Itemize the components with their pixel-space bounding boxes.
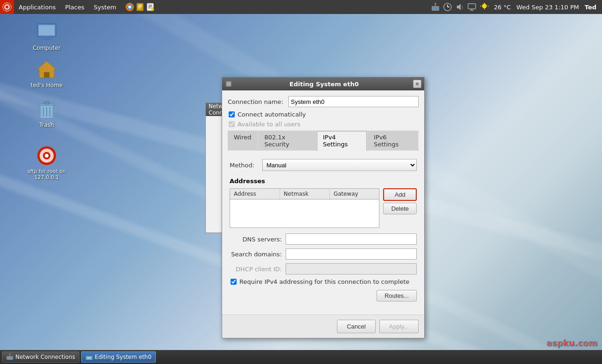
sftp-icon-img xyxy=(35,144,58,167)
taskbar-network-label: Network Connections xyxy=(15,354,75,360)
dialog-actions: Cancel Apply... xyxy=(222,315,424,338)
routes-button[interactable]: Routes... xyxy=(377,290,417,302)
desktop-icon-home[interactable]: ted's Home xyxy=(28,58,65,89)
connect-auto-checkbox[interactable] xyxy=(229,111,235,117)
addresses-table-container: Address Netmask Gateway Add Delete xyxy=(230,188,417,228)
tabs-container: Wired 802.1x Security IPv4 Settings IPv6… xyxy=(228,130,419,151)
tab-802-1x[interactable]: 802.1x Security xyxy=(259,131,316,151)
method-select[interactable]: Manual Automatic (DHCP) Link-Local Only … xyxy=(262,159,417,171)
menu-applications[interactable]: Applications xyxy=(14,0,60,14)
apply-button[interactable]: Apply... xyxy=(379,320,419,333)
search-domains-row: Search domains: xyxy=(230,248,417,260)
app-menu-icon[interactable] xyxy=(0,0,14,14)
home-icon-label: ted's Home xyxy=(29,82,64,89)
taskbar-editing-label: Editing System eth0 xyxy=(95,354,152,360)
svg-rect-37 xyxy=(44,72,49,78)
connection-name-label: Connection name: xyxy=(228,98,288,105)
sftp-icon-label: sftp for root on 127.0.0.1 xyxy=(26,168,68,181)
connect-auto-label: Connect automatically xyxy=(238,111,306,118)
desktop-icon-computer[interactable]: Computer xyxy=(28,21,65,52)
svg-point-27 xyxy=(482,4,487,8)
volume-icon[interactable]: ) xyxy=(455,2,465,12)
home-icon-img xyxy=(35,58,58,81)
dialog-icon xyxy=(225,80,232,88)
method-label: Method: xyxy=(230,162,262,169)
dns-row: DNS servers: xyxy=(230,234,417,245)
svg-point-47 xyxy=(45,154,49,158)
ipv4-tab-content: Method: Manual Automatic (DHCP) Link-Loc… xyxy=(228,155,419,309)
watermark: aspku.com xyxy=(546,338,597,348)
col-netmask: Netmask xyxy=(280,189,330,199)
computer-icon-img xyxy=(35,21,58,43)
dialog-body: Connection name: Connect automatically A… xyxy=(222,90,424,315)
desktop-icon-sftp[interactable]: sftp for root on 127.0.0.1 xyxy=(26,144,68,181)
svg-rect-16 xyxy=(433,7,438,9)
svg-rect-49 xyxy=(227,82,231,86)
taskbar-network-connections[interactable]: Network Connections xyxy=(2,351,79,363)
svg-rect-24 xyxy=(468,4,476,9)
system-tray: ) 26 °C Wed Sep 23 xyxy=(427,2,602,12)
desktop: Applications Places System xyxy=(0,0,602,364)
svg-rect-55 xyxy=(87,357,91,359)
menu-places[interactable]: Places xyxy=(60,0,89,14)
taskbar: Network Connections Editing System eth0 xyxy=(0,350,602,364)
svg-text:): ) xyxy=(462,6,463,10)
search-domains-input[interactable] xyxy=(286,248,417,260)
available-all-row: Available to all users xyxy=(228,121,419,128)
col-gateway: Gateway xyxy=(330,189,379,199)
weather-icon[interactable] xyxy=(479,2,490,12)
routes-row: Routes... xyxy=(230,290,417,302)
svg-rect-33 xyxy=(39,25,55,35)
computer-icon-label: Computer xyxy=(31,44,62,52)
available-all-label: Available to all users xyxy=(238,121,301,128)
table-buttons: Add Delete xyxy=(383,188,417,228)
svg-rect-35 xyxy=(41,39,52,40)
taskbar-network-icon xyxy=(6,353,14,361)
trash-icon-img xyxy=(35,98,58,120)
col-address: Address xyxy=(230,189,280,199)
firefox-icon[interactable] xyxy=(125,2,135,12)
tab-wired[interactable]: Wired xyxy=(228,131,258,151)
dialog-title: Editing System eth0 xyxy=(235,81,413,88)
svg-point-2 xyxy=(6,6,8,8)
available-all-checkbox[interactable] xyxy=(229,121,235,127)
dhcp-row: DHCP client ID: xyxy=(230,263,417,275)
dialog-titlebar: Editing System eth0 ✕ xyxy=(222,77,424,90)
svg-rect-40 xyxy=(44,102,49,104)
menubar-left: Applications Places System xyxy=(0,0,427,14)
require-ipv4-row: Require IPv4 addressing for this connect… xyxy=(230,278,417,285)
svg-rect-34 xyxy=(43,37,50,39)
tab-ipv4[interactable]: IPv4 Settings xyxy=(317,131,367,151)
require-ipv4-checkbox[interactable] xyxy=(231,279,237,285)
require-ipv4-label: Require IPv4 addressing for this connect… xyxy=(239,278,409,285)
network-manager-icon[interactable] xyxy=(430,2,441,12)
username: Ted xyxy=(583,4,598,11)
connection-name-input[interactable] xyxy=(288,96,419,107)
temperature: 26 °C xyxy=(492,4,512,11)
add-button[interactable]: Add xyxy=(383,188,417,201)
taskbar-edit-icon xyxy=(85,353,93,361)
dialog-close-button[interactable]: ✕ xyxy=(413,80,421,88)
delete-button[interactable]: Delete xyxy=(383,203,417,214)
clock-icon[interactable] xyxy=(442,2,453,12)
bookmarks-icon[interactable] xyxy=(135,2,145,12)
addresses-header: Addresses xyxy=(230,178,417,185)
svg-point-18 xyxy=(434,3,436,5)
trash-icon-label: Trash xyxy=(38,121,56,129)
dns-input[interactable] xyxy=(286,234,417,245)
connection-name-row: Connection name: xyxy=(228,96,419,107)
dhcp-input xyxy=(286,263,417,275)
display-icon[interactable] xyxy=(467,2,477,12)
menubar: Applications Places System xyxy=(0,0,602,14)
desktop-icon-trash[interactable]: Trash xyxy=(28,98,65,129)
addresses-table: Address Netmask Gateway xyxy=(230,188,379,228)
dhcp-label: DHCP client ID: xyxy=(230,266,286,273)
text-editor-icon[interactable] xyxy=(145,2,155,12)
tab-ipv6[interactable]: IPv6 Settings xyxy=(368,131,418,151)
svg-point-53 xyxy=(9,354,11,355)
taskbar-editing-eth0[interactable]: Editing System eth0 xyxy=(81,351,156,363)
cancel-button[interactable]: Cancel xyxy=(337,320,375,333)
watermark-text: aspku.com xyxy=(546,338,597,348)
menu-system[interactable]: System xyxy=(89,0,121,14)
svg-point-5 xyxy=(128,6,131,8)
